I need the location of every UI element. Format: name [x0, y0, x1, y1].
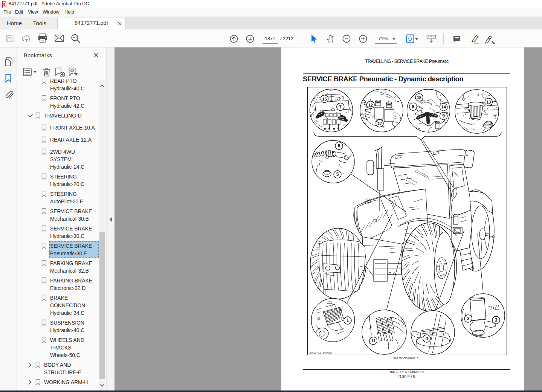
svg-text:17: 17 [377, 121, 382, 126]
svg-text:D.30.E / 9: D.30.E / 9 [398, 375, 415, 379]
svg-text:84172771A 11/06/2009: 84172771A 11/06/2009 [390, 370, 424, 374]
svg-text:14: 14 [441, 105, 446, 109]
svg-text:2: 2 [467, 316, 470, 321]
svg-text:9: 9 [442, 113, 445, 119]
svg-text:18: 18 [417, 95, 421, 100]
svg-text:SERVICE BRAKE Pneumatic - Dyna: SERVICE BRAKE Pneumatic - Dynamic descri… [303, 75, 463, 83]
svg-text:12: 12 [368, 103, 373, 107]
svg-text:13: 13 [486, 100, 491, 104]
svg-text:15: 15 [322, 97, 327, 101]
svg-text:6: 6 [338, 143, 340, 148]
svg-text:4: 4 [426, 336, 428, 341]
svg-text:11: 11 [371, 339, 376, 343]
svg-text:1: 1 [347, 318, 349, 323]
svg-text:5: 5 [336, 172, 339, 177]
svg-text:BAIL07CVT340HVA: BAIL07CVT340HVA [310, 351, 332, 354]
svg-text:8: 8 [412, 104, 414, 109]
svg-text:TRAVELLING - SERVICE BRAKE Pne: TRAVELLING - SERVICE BRAKE Pneumatic [365, 59, 449, 64]
svg-text:3: 3 [495, 317, 498, 323]
svg-text:7: 7 [339, 104, 342, 110]
svg-text:BAIL08CVT340HVB: BAIL08CVT340HVB [394, 357, 415, 360]
svg-text:1: 1 [417, 357, 418, 360]
